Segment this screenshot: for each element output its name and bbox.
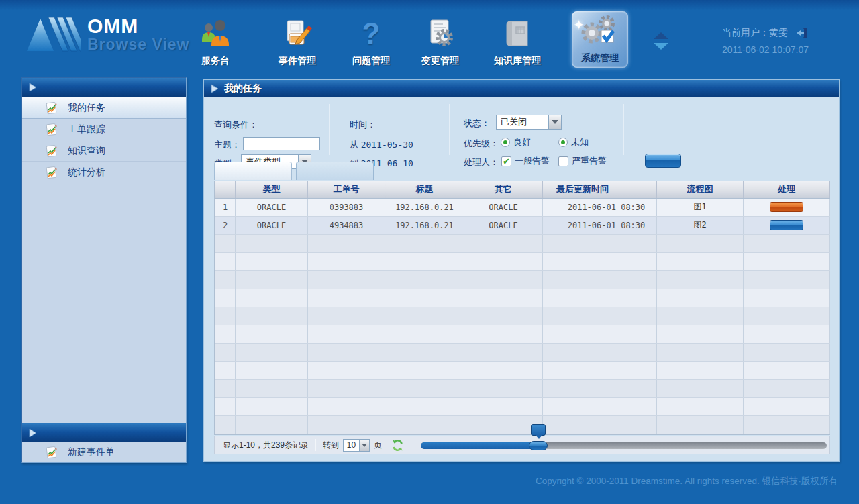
pagination-bar: 显示1-10，共239条记录 转到 10 页 [214, 436, 830, 454]
select-arrow-button[interactable] [548, 115, 562, 130]
task-chart-icon [45, 123, 58, 136]
sidebar-header-bar[interactable] [22, 78, 186, 97]
sidebar-item-label: 我的任务 [68, 102, 105, 114]
task-chart-icon [45, 446, 58, 459]
cell-type: ORACLE [236, 216, 308, 234]
nav-label: 系统管理 [581, 52, 619, 64]
priority-radio-unknown[interactable]: 未知 [558, 136, 589, 148]
flowchart-link[interactable]: 图2 [693, 220, 706, 230]
nav-problem-mgmt[interactable]: ? 问题管理 [338, 11, 405, 67]
sidebar-bottom-bar[interactable] [22, 423, 186, 442]
document-pencil-icon [282, 16, 313, 51]
nav-label: 变更管理 [421, 55, 459, 67]
radio-label: 良好 [513, 136, 531, 148]
chevron-down-icon [362, 444, 367, 447]
sidebar-item-statistics[interactable]: 统计分析 [22, 162, 186, 183]
nav-label: 知识库管理 [494, 55, 541, 67]
col-other[interactable]: 其它 [464, 181, 543, 198]
table-row[interactable]: 2 ORACLE 4934883 192.168.0.21 ORACLE 201… [215, 216, 830, 234]
process-button[interactable] [770, 220, 803, 230]
sidebar: 我的任务 工单跟踪 知识查询 [21, 77, 187, 463]
play-arrow-icon [211, 84, 219, 93]
page-select[interactable]: 10 [343, 439, 370, 452]
page-select-value: 10 [343, 439, 359, 452]
empty-table-row [215, 379, 830, 397]
logout-icon[interactable] [796, 27, 809, 39]
col-type[interactable]: 类型 [236, 181, 308, 198]
nav-change-mgmt[interactable]: 变更管理 [407, 11, 474, 67]
logo-triangle-icon [26, 13, 81, 55]
nav-system-mgmt[interactable]: ✦ 系统管理 [572, 11, 628, 68]
nav-knowledge-mgmt[interactable]: 知识库管理 [478, 11, 556, 67]
from-label: 从 [350, 140, 358, 150]
empty-table-row [215, 252, 830, 270]
search-button[interactable] [645, 154, 681, 168]
cell-other: ORACLE [464, 198, 543, 216]
cell-title: 192.168.0.21 [385, 198, 464, 216]
tab-list-2[interactable] [296, 162, 374, 180]
subject-input[interactable] [243, 137, 320, 150]
question-icon: ? [362, 16, 381, 51]
tab-list-1[interactable] [214, 162, 292, 180]
sidebar-item-new-incident[interactable]: 新建事件单 [22, 442, 186, 462]
current-user-label: 当前用户：黄雯 [722, 27, 788, 39]
col-order-no[interactable]: 工单号 [308, 181, 385, 198]
checkbox-label: 严重告警 [572, 155, 607, 167]
col-flowchart[interactable]: 流程图 [657, 181, 744, 198]
time-label: 时间： [350, 119, 376, 131]
status-select[interactable]: 已关闭 [496, 115, 562, 130]
chevron-down-icon [552, 120, 558, 124]
refresh-icon[interactable] [391, 439, 404, 452]
nav-service-desk[interactable]: 服务台 [189, 11, 242, 67]
empty-table-row [215, 361, 830, 379]
from-date-value[interactable]: 2011-05-30 [361, 140, 413, 150]
handler-checkbox-general[interactable]: 一般告警 [501, 155, 550, 167]
cell-updated: 2011-06-01 08:30 [543, 198, 657, 216]
checkbox-label: 一般告警 [515, 155, 550, 167]
task-chart-icon [45, 101, 58, 115]
empty-table-row [215, 415, 830, 434]
nav-label: 事件管理 [279, 55, 316, 67]
book-icon [502, 16, 533, 51]
divider [315, 439, 316, 451]
divider [449, 104, 450, 155]
priority-label: 优先级： [464, 138, 499, 150]
cell-title: 192.168.0.21 [385, 216, 464, 234]
page-slider[interactable] [421, 442, 827, 449]
nav-incident-mgmt[interactable]: 事件管理 [264, 11, 331, 67]
sidebar-item-my-tasks[interactable]: 我的任务 [22, 97, 186, 119]
radio-icon [558, 138, 568, 147]
document-gear-icon [425, 16, 456, 51]
slider-marker [531, 424, 546, 436]
empty-table-row [215, 397, 830, 415]
cell-order-no: 4934883 [308, 216, 385, 234]
cell-other: ORACLE [464, 216, 543, 234]
empty-table-row [215, 234, 830, 252]
table-row[interactable]: 1 ORACLE 0393883 192.168.0.21 ORACLE 201… [215, 198, 830, 216]
slider-fill [421, 442, 538, 449]
sidebar-item-knowledge-query[interactable]: 知识查询 [22, 140, 186, 162]
divider [623, 104, 624, 155]
empty-table-row [215, 325, 830, 343]
col-updated[interactable]: 最后更新时间 [543, 181, 657, 198]
chevron-up-icon [654, 32, 668, 39]
priority-radio-good[interactable]: 良好 [501, 136, 531, 148]
criteria-label: 查询条件： [214, 119, 258, 131]
col-action[interactable]: 处理 [744, 181, 830, 198]
nav-collapse-control[interactable] [651, 32, 671, 55]
sidebar-item-order-tracking[interactable]: 工单跟踪 [22, 119, 186, 140]
subject-label: 主题： [214, 139, 240, 151]
col-title[interactable]: 标题 [385, 181, 464, 198]
slider-thumb-handle[interactable] [529, 441, 548, 450]
checkbox-icon [558, 156, 568, 166]
flowchart-link[interactable]: 图1 [693, 202, 706, 211]
handler-checkbox-severe[interactable]: 严重告警 [558, 155, 607, 167]
cell-updated: 2011-06-01 08:30 [543, 216, 657, 234]
cell-rownum: 2 [215, 216, 236, 234]
footer-copyright: Copyright © 2000-2011 Dreamstime. All ri… [536, 475, 838, 487]
main-panel: 我的任务 查询条件： 主题： 类型： 事件类型 时间： 从 2011-05-30… [203, 79, 840, 462]
process-button[interactable] [770, 202, 803, 212]
select-arrow-button[interactable] [359, 439, 370, 452]
page-suffix-label: 页 [374, 440, 382, 451]
empty-table-row [215, 289, 830, 307]
